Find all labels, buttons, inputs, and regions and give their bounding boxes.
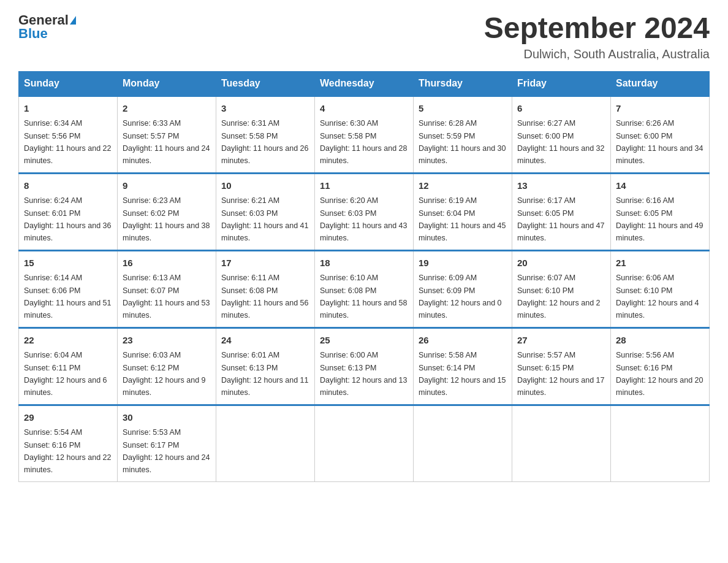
calendar-cell: 3Sunrise: 6:31 AMSunset: 5:58 PMDaylight… [216, 96, 315, 173]
day-number: 18 [320, 256, 408, 270]
calendar-cell [611, 405, 710, 481]
location: Dulwich, South Australia, Australia [484, 47, 710, 61]
day-info: Sunrise: 5:57 AMSunset: 6:15 PMDaylight:… [517, 351, 604, 397]
day-info: Sunrise: 6:26 AMSunset: 6:00 PMDaylight:… [616, 119, 703, 165]
column-header-sunday: Sunday [19, 71, 118, 96]
calendar-cell: 26Sunrise: 5:58 AMSunset: 6:14 PMDayligh… [414, 327, 512, 405]
calendar-cell: 21Sunrise: 6:06 AMSunset: 6:10 PMDayligh… [611, 250, 710, 327]
day-info: Sunrise: 6:27 AMSunset: 6:00 PMDaylight:… [517, 119, 604, 165]
day-info: Sunrise: 6:09 AMSunset: 6:09 PMDaylight:… [419, 274, 502, 320]
calendar-cell: 24Sunrise: 6:01 AMSunset: 6:13 PMDayligh… [216, 327, 315, 405]
week-row: 1Sunrise: 6:34 AMSunset: 5:56 PMDaylight… [19, 96, 710, 173]
calendar-cell: 20Sunrise: 6:07 AMSunset: 6:10 PMDayligh… [512, 250, 611, 327]
calendar-cell: 28Sunrise: 5:56 AMSunset: 6:16 PMDayligh… [611, 327, 710, 405]
day-number: 23 [123, 334, 211, 348]
calendar-cell: 13Sunrise: 6:17 AMSunset: 6:05 PMDayligh… [512, 173, 611, 250]
calendar-cell: 17Sunrise: 6:11 AMSunset: 6:08 PMDayligh… [216, 250, 315, 327]
day-info: Sunrise: 6:19 AMSunset: 6:04 PMDaylight:… [419, 196, 506, 242]
calendar-cell: 10Sunrise: 6:21 AMSunset: 6:03 PMDayligh… [216, 173, 315, 250]
column-header-monday: Monday [118, 71, 216, 96]
day-info: Sunrise: 5:56 AMSunset: 6:16 PMDaylight:… [616, 351, 703, 397]
day-number: 20 [517, 256, 605, 270]
day-info: Sunrise: 5:54 AMSunset: 6:16 PMDaylight:… [24, 428, 111, 474]
day-info: Sunrise: 5:53 AMSunset: 6:17 PMDaylight:… [123, 428, 210, 474]
week-row: 29Sunrise: 5:54 AMSunset: 6:16 PMDayligh… [19, 405, 710, 481]
week-row: 8Sunrise: 6:24 AMSunset: 6:01 PMDaylight… [19, 173, 710, 250]
day-number: 24 [221, 334, 309, 348]
day-number: 16 [123, 256, 211, 270]
logo: General Blue [18, 12, 76, 42]
day-number: 25 [320, 334, 408, 348]
header-row: SundayMondayTuesdayWednesdayThursdayFrid… [19, 71, 710, 96]
day-number: 17 [221, 256, 309, 270]
day-number: 22 [24, 334, 112, 348]
day-number: 5 [419, 102, 507, 116]
calendar-cell: 8Sunrise: 6:24 AMSunset: 6:01 PMDaylight… [19, 173, 118, 250]
column-header-thursday: Thursday [414, 71, 512, 96]
day-info: Sunrise: 6:03 AMSunset: 6:12 PMDaylight:… [123, 351, 206, 397]
day-info: Sunrise: 6:11 AMSunset: 6:08 PMDaylight:… [221, 274, 308, 320]
day-info: Sunrise: 6:10 AMSunset: 6:08 PMDaylight:… [320, 274, 407, 320]
day-number: 13 [517, 179, 605, 193]
day-number: 3 [221, 102, 309, 116]
day-number: 21 [616, 256, 704, 270]
calendar-cell: 22Sunrise: 6:04 AMSunset: 6:11 PMDayligh… [19, 327, 118, 405]
calendar-cell: 11Sunrise: 6:20 AMSunset: 6:03 PMDayligh… [315, 173, 414, 250]
day-info: Sunrise: 6:23 AMSunset: 6:02 PMDaylight:… [123, 196, 210, 242]
day-info: Sunrise: 6:20 AMSunset: 6:03 PMDaylight:… [320, 196, 407, 242]
calendar-cell: 25Sunrise: 6:00 AMSunset: 6:13 PMDayligh… [315, 327, 414, 405]
week-row: 15Sunrise: 6:14 AMSunset: 6:06 PMDayligh… [19, 250, 710, 327]
day-info: Sunrise: 6:28 AMSunset: 5:59 PMDaylight:… [419, 119, 506, 165]
calendar-cell: 27Sunrise: 5:57 AMSunset: 6:15 PMDayligh… [512, 327, 611, 405]
day-info: Sunrise: 6:06 AMSunset: 6:10 PMDaylight:… [616, 274, 699, 320]
day-number: 15 [24, 256, 112, 270]
calendar-table: SundayMondayTuesdayWednesdayThursdayFrid… [18, 71, 710, 482]
column-header-friday: Friday [512, 71, 611, 96]
logo-triangle-icon [70, 16, 76, 25]
week-row: 22Sunrise: 6:04 AMSunset: 6:11 PMDayligh… [19, 327, 710, 405]
day-info: Sunrise: 6:01 AMSunset: 6:13 PMDaylight:… [221, 351, 308, 397]
day-info: Sunrise: 6:04 AMSunset: 6:11 PMDaylight:… [24, 351, 107, 397]
calendar-cell: 16Sunrise: 6:13 AMSunset: 6:07 PMDayligh… [118, 250, 216, 327]
calendar-cell: 14Sunrise: 6:16 AMSunset: 6:05 PMDayligh… [611, 173, 710, 250]
day-info: Sunrise: 6:34 AMSunset: 5:56 PMDaylight:… [24, 119, 111, 165]
day-number: 11 [320, 179, 408, 193]
day-number: 1 [24, 102, 112, 116]
column-header-tuesday: Tuesday [216, 71, 315, 96]
calendar-cell [414, 405, 512, 481]
day-number: 8 [24, 179, 112, 193]
calendar-cell: 1Sunrise: 6:34 AMSunset: 5:56 PMDaylight… [19, 96, 118, 173]
day-number: 14 [616, 179, 704, 193]
day-number: 2 [123, 102, 211, 116]
day-info: Sunrise: 6:24 AMSunset: 6:01 PMDaylight:… [24, 196, 111, 242]
calendar-cell: 12Sunrise: 6:19 AMSunset: 6:04 PMDayligh… [414, 173, 512, 250]
calendar-cell: 30Sunrise: 5:53 AMSunset: 6:17 PMDayligh… [118, 405, 216, 481]
column-header-saturday: Saturday [611, 71, 710, 96]
day-info: Sunrise: 6:33 AMSunset: 5:57 PMDaylight:… [123, 119, 210, 165]
calendar-cell: 29Sunrise: 5:54 AMSunset: 6:16 PMDayligh… [19, 405, 118, 481]
day-info: Sunrise: 6:17 AMSunset: 6:05 PMDaylight:… [517, 196, 604, 242]
calendar-cell: 9Sunrise: 6:23 AMSunset: 6:02 PMDaylight… [118, 173, 216, 250]
calendar-cell: 18Sunrise: 6:10 AMSunset: 6:08 PMDayligh… [315, 250, 414, 327]
day-info: Sunrise: 6:00 AMSunset: 6:13 PMDaylight:… [320, 351, 407, 397]
day-info: Sunrise: 6:14 AMSunset: 6:06 PMDaylight:… [24, 274, 111, 320]
day-number: 30 [123, 411, 211, 425]
calendar-cell: 5Sunrise: 6:28 AMSunset: 5:59 PMDaylight… [414, 96, 512, 173]
month-title: September 2024 [484, 12, 710, 45]
calendar-cell: 6Sunrise: 6:27 AMSunset: 6:00 PMDaylight… [512, 96, 611, 173]
day-number: 26 [419, 334, 507, 348]
day-number: 9 [123, 179, 211, 193]
day-info: Sunrise: 5:58 AMSunset: 6:14 PMDaylight:… [419, 351, 506, 397]
day-number: 29 [24, 411, 112, 425]
day-number: 10 [221, 179, 309, 193]
column-header-wednesday: Wednesday [315, 71, 414, 96]
day-number: 28 [616, 334, 704, 348]
logo-blue-text: Blue [18, 26, 48, 42]
day-number: 27 [517, 334, 605, 348]
day-number: 6 [517, 102, 605, 116]
calendar-cell [216, 405, 315, 481]
day-number: 7 [616, 102, 704, 116]
calendar-cell: 15Sunrise: 6:14 AMSunset: 6:06 PMDayligh… [19, 250, 118, 327]
calendar-cell [512, 405, 611, 481]
day-number: 19 [419, 256, 507, 270]
